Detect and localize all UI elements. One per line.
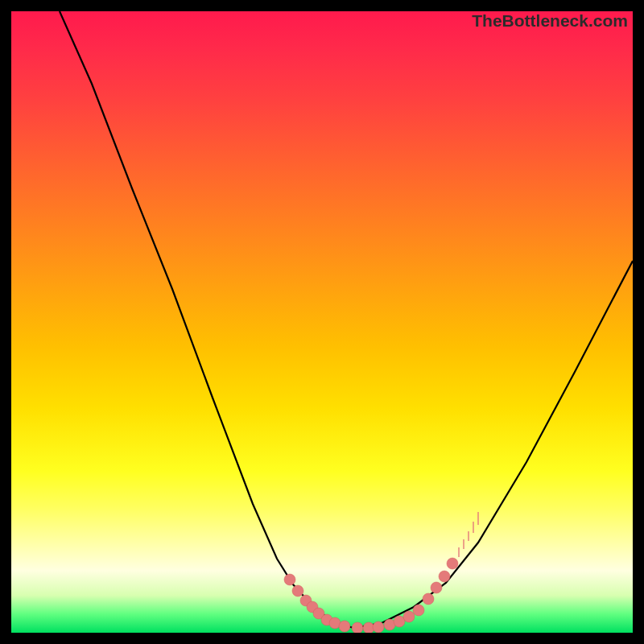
chart-frame: TheBottleneck.com [11, 11, 633, 633]
plot-area: TheBottleneck.com [11, 11, 633, 633]
heat-gradient-background [11, 11, 633, 633]
